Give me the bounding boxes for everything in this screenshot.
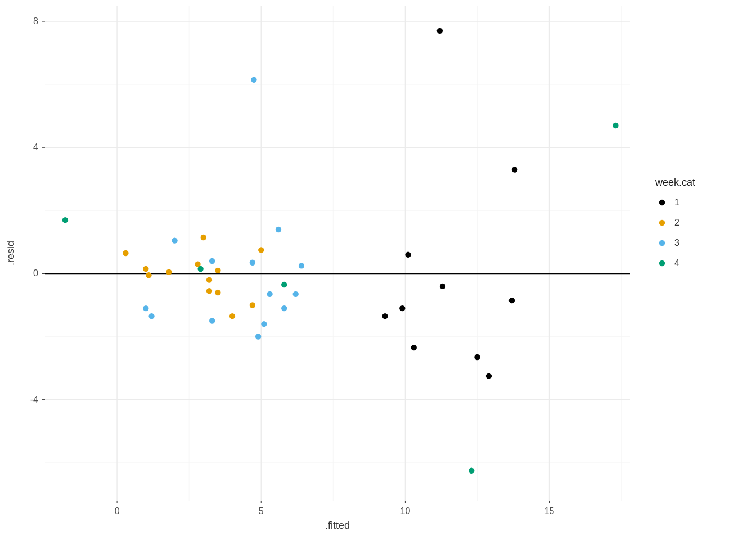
data-point: [382, 313, 388, 319]
data-point: [209, 258, 215, 264]
legend: week.cat 1234: [655, 177, 695, 268]
data-point: [123, 250, 128, 256]
data-point: [512, 166, 518, 172]
legend-label: 4: [674, 258, 680, 268]
data-point: [197, 266, 203, 272]
legend-swatch-icon: [659, 220, 665, 226]
data-point: [215, 268, 220, 273]
data-point: [148, 313, 154, 319]
legend-title: week.cat: [655, 177, 695, 188]
y-axis-tick-labels: -4048: [30, 16, 38, 404]
data-point: [250, 302, 255, 308]
y-axis-ticks: [42, 21, 45, 400]
data-point: [293, 291, 299, 297]
y-tick-label: 4: [33, 142, 38, 152]
data-point: [440, 284, 446, 289]
data-point: [281, 282, 287, 287]
data-point: [209, 318, 215, 323]
y-tick-label: -4: [30, 395, 38, 404]
data-point: [206, 288, 212, 294]
x-tick-label: 0: [115, 506, 120, 516]
data-point: [172, 237, 177, 243]
data-point: [399, 305, 405, 311]
data-point: [299, 263, 304, 268]
x-tick-label: 10: [400, 506, 410, 516]
data-point: [201, 235, 206, 240]
legend-label: 1: [674, 197, 680, 207]
legend-item: 1: [659, 197, 680, 207]
data-point: [469, 468, 474, 474]
data-point: [250, 260, 255, 266]
x-tick-label: 15: [544, 506, 555, 516]
data-point: [405, 252, 411, 258]
data-point: [255, 334, 261, 339]
data-point: [613, 123, 618, 128]
data-point: [411, 345, 417, 350]
data-point: [62, 217, 68, 223]
data-point: [509, 298, 515, 303]
legend-swatch-icon: [659, 260, 665, 266]
y-axis-label: .resid: [5, 241, 16, 266]
y-tick-label: 8: [33, 16, 38, 26]
data-point: [146, 272, 151, 278]
chart-container: 051015 -4048 .fitted .resid week.cat 123…: [0, 0, 756, 540]
legend-swatch-icon: [659, 200, 665, 205]
data-point: [276, 227, 281, 232]
legend-item: 3: [659, 238, 680, 248]
legend-item: 4: [659, 258, 680, 268]
data-point: [258, 247, 264, 253]
legend-label: 2: [674, 218, 680, 227]
data-point: [215, 290, 220, 295]
data-point: [281, 305, 287, 311]
data-point: [230, 313, 235, 319]
scatter-plot: 051015 -4048 .fitted .resid week.cat 123…: [0, 0, 756, 540]
data-point: [206, 277, 212, 282]
data-point: [474, 354, 480, 360]
legend-swatch-icon: [659, 240, 665, 246]
data-point: [437, 28, 443, 34]
data-point: [267, 291, 272, 297]
data-point: [251, 77, 256, 83]
legend-label: 3: [674, 238, 680, 248]
x-axis-label: .fitted: [325, 520, 350, 531]
plot-background: [45, 6, 630, 501]
data-point: [143, 305, 148, 311]
x-tick-label: 5: [259, 506, 264, 516]
data-point: [486, 373, 492, 379]
legend-item: 2: [659, 218, 680, 227]
y-tick-label: 0: [33, 268, 38, 278]
x-axis-ticks: [117, 501, 549, 503]
data-point: [261, 321, 267, 327]
data-point: [143, 266, 148, 272]
legend-items: 1234: [659, 197, 680, 268]
x-axis-tick-labels: 051015: [115, 506, 555, 516]
data-point: [166, 269, 172, 274]
